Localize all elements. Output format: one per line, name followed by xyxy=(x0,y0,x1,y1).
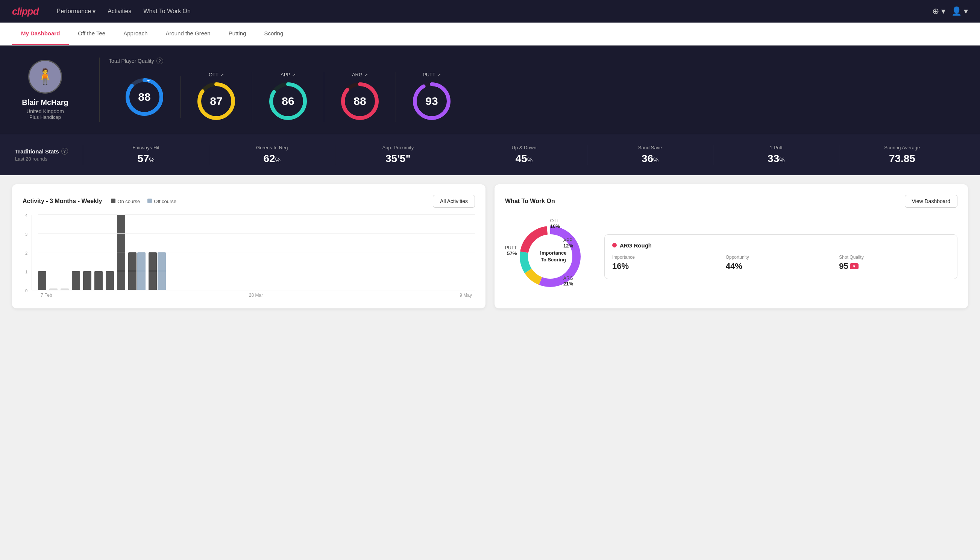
arg-pie-label: ARG 21% xyxy=(563,276,573,287)
gridline-3 xyxy=(38,233,475,233)
arg-score-value: 88 xyxy=(353,95,366,108)
shot-quality-badge: ▼ xyxy=(850,263,859,269)
bar-group-9 xyxy=(148,252,166,290)
y-label-4: 4 xyxy=(25,213,27,218)
bottom-section: Activity - 3 Months - Weekly On course O… xyxy=(0,175,980,317)
nav-what-to-work-on[interactable]: What To Work On xyxy=(143,8,191,15)
y-label-0: 0 xyxy=(25,288,27,293)
bar-group-7 xyxy=(117,215,125,290)
x-label-mar: 28 Mar xyxy=(249,293,263,298)
score-arg: ARG ↗ 88 xyxy=(324,72,396,122)
putt-pie-label: PUTT 57% xyxy=(505,245,517,256)
total-quality-label: Total Player Quality ? xyxy=(109,58,965,64)
donut-section: ImportanceTo Scoring OTT 10% APP 12% ARG… xyxy=(505,215,957,298)
app-score-value: 86 xyxy=(282,95,294,108)
score-putt: PUTT ↗ 93 xyxy=(396,72,468,122)
user-menu-button[interactable]: 👤 ▾ xyxy=(952,7,968,16)
ott-label: OTT ↗ xyxy=(209,72,224,77)
y-label-1: 1 xyxy=(25,270,27,274)
donut-app: 86 xyxy=(267,80,309,122)
ott-trend-icon: ↗ xyxy=(220,72,224,77)
importance-value: 16% xyxy=(612,262,723,271)
player-name: Blair McHarg xyxy=(22,98,68,107)
app-trend-icon: ↗ xyxy=(292,72,296,77)
what-to-work-on-card: What To Work On View Dashboard Importanc… xyxy=(494,184,968,308)
bar-group-4 xyxy=(83,271,92,290)
info-importance: Importance 16% xyxy=(612,255,723,271)
app-label: APP ↗ xyxy=(281,72,296,77)
bar-on-4 xyxy=(83,271,92,290)
score-total: 88 xyxy=(109,77,181,118)
ott-pie-label: OTT 10% xyxy=(550,218,560,229)
donut-putt: 93 xyxy=(411,80,453,122)
tab-my-dashboard[interactable]: My Dashboard xyxy=(12,23,69,45)
gridline-2 xyxy=(38,252,475,252)
info-shot-quality: Shot Quality 95 ▼ xyxy=(839,255,950,271)
shot-quality-label: Shot Quality xyxy=(839,255,950,260)
tab-around-the-green[interactable]: Around the Green xyxy=(156,23,219,45)
total-score-value: 88 xyxy=(138,91,150,103)
bar-group-0 xyxy=(38,271,46,290)
tabs-bar: My Dashboard Off the Tee Approach Around… xyxy=(0,23,980,45)
donut-ott: 87 xyxy=(196,80,237,122)
stat-sand-save: Sand Save 36% xyxy=(587,145,713,165)
nav-activities[interactable]: Activities xyxy=(108,8,131,15)
bar-chart-inner: 0 1 2 3 4 xyxy=(32,215,475,290)
bar-off-9 xyxy=(158,252,166,290)
add-button[interactable]: ⊕ ▾ xyxy=(932,7,945,16)
info-card-dot xyxy=(612,243,617,247)
bar-on-2 xyxy=(60,288,69,290)
tab-putting[interactable]: Putting xyxy=(220,23,255,45)
player-country: United Kingdom xyxy=(26,108,64,114)
gridline-1 xyxy=(38,271,475,271)
x-label-may: 9 May xyxy=(459,293,472,298)
shot-quality-value: 95 ▼ xyxy=(839,262,950,271)
x-labels: 7 Feb 28 Mar 9 May xyxy=(32,290,475,298)
gridline-4 xyxy=(38,214,475,215)
info-opportunity: Opportunity 44% xyxy=(726,255,836,271)
chart-legend: On course Off course xyxy=(111,198,176,204)
score-ott: OTT ↗ 87 xyxy=(181,72,252,122)
stat-app-proximity: App. Proximity 35'5" xyxy=(335,145,461,165)
tab-off-the-tee[interactable]: Off the Tee xyxy=(69,23,114,45)
view-dashboard-button[interactable]: View Dashboard xyxy=(905,195,957,208)
putt-score-value: 93 xyxy=(425,95,438,108)
traditional-stats: Traditional Stats ? Last 20 rounds Fairw… xyxy=(0,134,980,175)
logo: clippd xyxy=(12,6,39,17)
arg-label: ARG ↗ xyxy=(352,72,368,77)
bar-group-3 xyxy=(72,271,80,290)
donut-center-text: ImportanceTo Scoring xyxy=(540,250,566,263)
opportunity-label: Opportunity xyxy=(726,255,836,260)
app-pie-label: APP 12% xyxy=(563,238,573,248)
bar-chart: 0 1 2 3 4 xyxy=(23,215,475,298)
info-grid: Importance 16% Opportunity 44% Shot Qual… xyxy=(612,255,950,271)
nav-performance[interactable]: Performance ▾ xyxy=(57,8,96,15)
trad-help-icon[interactable]: ? xyxy=(61,148,68,155)
top-nav: clippd Performance ▾ Activities What To … xyxy=(0,0,980,23)
help-icon[interactable]: ? xyxy=(156,58,163,64)
stat-1-putt: 1 Putt 33% xyxy=(713,145,839,165)
donut-total: 88 xyxy=(124,77,165,118)
stat-fairways-hit: Fairways Hit 57% xyxy=(83,145,209,165)
all-activities-button[interactable]: All Activities xyxy=(433,195,475,208)
bar-on-0 xyxy=(38,271,46,290)
x-label-feb: 7 Feb xyxy=(41,293,52,298)
tab-scoring[interactable]: Scoring xyxy=(255,23,292,45)
arg-trend-icon: ↗ xyxy=(364,72,368,77)
score-app: APP ↗ 86 xyxy=(252,72,324,122)
putt-trend-icon: ↗ xyxy=(437,72,441,77)
bar-on-6 xyxy=(106,271,114,290)
opportunity-value: 44% xyxy=(726,262,836,271)
off-course-legend-dot xyxy=(147,198,152,203)
bar-group-6 xyxy=(106,271,114,290)
bar-on-5 xyxy=(95,271,103,290)
activity-chart-card: Activity - 3 Months - Weekly On course O… xyxy=(12,184,486,308)
bar-group-5 xyxy=(95,271,103,290)
hero-section: 🧍 Blair McHarg United Kingdom Plus Handi… xyxy=(0,45,980,134)
donut-chart-container: ImportanceTo Scoring OTT 10% APP 12% ARG… xyxy=(505,215,595,298)
putt-label: PUTT ↗ xyxy=(423,72,441,77)
player-handicap: Plus Handicap xyxy=(29,114,61,120)
stat-greens-in-reg: Greens In Reg 62% xyxy=(209,145,335,165)
tab-approach[interactable]: Approach xyxy=(114,23,156,45)
bar-on-1 xyxy=(49,288,58,290)
